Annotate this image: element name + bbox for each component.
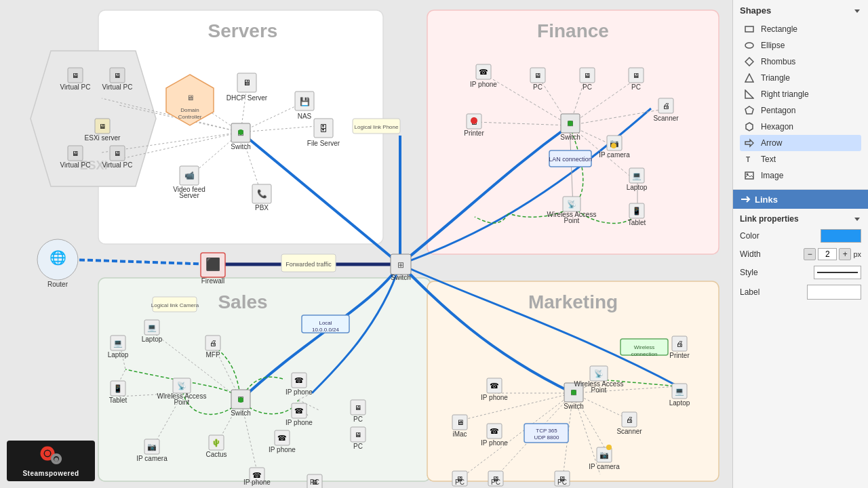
width-row: Width − + px <box>740 248 861 260</box>
shape-item-text[interactable]: T Text <box>740 151 861 167</box>
shapes-collapse-icon[interactable] <box>853 7 861 15</box>
svg-text:T: T <box>746 156 750 163</box>
svg-text:📷: 📷 <box>147 442 157 451</box>
width-decrease-button[interactable]: − <box>804 248 816 260</box>
link-properties-collapse-icon[interactable] <box>853 215 861 223</box>
pc-finance2-label: PC <box>583 83 592 91</box>
wireless-ap-mkt-label2: Point <box>591 386 607 394</box>
tcp-label: TCP 365 <box>536 428 557 434</box>
ellipse-icon <box>743 39 755 52</box>
svg-text:💻: 💻 <box>675 386 684 396</box>
width-control: − + px <box>804 248 861 260</box>
servers-switch-label: Switch <box>231 143 250 150</box>
canvas-area[interactable]: Servers Finance Sales Marketing ESXi <box>0 0 732 488</box>
video-feed-label2: Server <box>179 192 199 199</box>
svg-text:📹: 📹 <box>184 170 195 180</box>
svg-point-55 <box>45 451 50 456</box>
svg-text:🖥: 🖥 <box>584 72 591 79</box>
laptop-mkt-label: Laptop <box>669 399 690 407</box>
shapes-title: Shapes <box>740 5 861 16</box>
wireless-ap-sales-label2: Point <box>174 399 190 406</box>
link-properties-section: Link properties Color Width − + px Style <box>733 209 868 310</box>
finance-label: Finance <box>537 20 609 41</box>
pc-mkt1-label: PC <box>455 479 465 486</box>
main-switch-label: Switch <box>391 274 410 281</box>
wireless-connection-label2: connection <box>631 351 658 357</box>
tablet-finance-label: Tablet <box>628 219 646 226</box>
forwarded-traffic-label: Forwarded traffic <box>285 261 332 268</box>
text-icon: T <box>743 153 755 165</box>
width-label: Width <box>740 249 770 259</box>
switch-dot2 <box>568 121 573 126</box>
svg-text:🖥: 🖥 <box>99 123 106 130</box>
logical-link-camera-label: Logical link Camera <box>151 302 199 308</box>
style-row: Style <box>740 266 861 279</box>
shapes-section: Shapes Rectangle Ellipse Rhombus <box>733 0 868 190</box>
steam-logo: Steamspowered <box>7 441 95 481</box>
pc-sales1-label: PC <box>353 415 363 423</box>
ip-phone-sales4-label: IP phone <box>243 479 271 486</box>
rectangle-icon <box>743 23 755 35</box>
ip-camera-mkt-label: IP camera <box>589 463 620 470</box>
right-panel: Shapes Rectangle Ellipse Rhombus <box>732 0 868 488</box>
yellow-dot2 <box>606 445 612 450</box>
svg-text:🖥: 🖥 <box>534 72 541 79</box>
svg-text:☎: ☎ <box>294 376 304 384</box>
steam-text: Steamspowered <box>22 470 79 477</box>
router-firewall-link <box>71 260 213 264</box>
pc-sales3-label: PC <box>310 479 319 486</box>
svg-text:☎: ☎ <box>479 68 488 76</box>
link-properties-header: Link properties <box>740 214 861 224</box>
sales-switch-label: Switch <box>231 409 250 417</box>
svg-text:⊞: ⊞ <box>397 260 404 270</box>
links-icon <box>740 194 751 205</box>
color-row: Color <box>740 229 861 243</box>
style-label: Style <box>740 268 770 277</box>
links-panel[interactable]: Links <box>733 190 868 209</box>
virtual-pc3-label: Virtual PC <box>60 161 91 169</box>
image-icon <box>743 169 755 182</box>
svg-text:🖨: 🖨 <box>676 340 684 348</box>
wireless-connection-label: Wireless <box>634 344 655 350</box>
width-input[interactable] <box>818 248 837 260</box>
pbx-label: PBX <box>255 204 269 211</box>
shape-item-arrow[interactable]: Arrow <box>740 135 861 151</box>
label-input[interactable] <box>807 285 861 300</box>
svg-text:📷: 📷 <box>599 450 609 460</box>
yellow-dot1 <box>611 143 616 148</box>
svg-rect-58 <box>745 26 753 32</box>
svg-text:☎: ☎ <box>294 407 304 415</box>
scanner-mkt-label: Scanner <box>616 428 642 435</box>
svg-text:🖨: 🖨 <box>663 102 670 110</box>
rhombus-icon <box>743 56 755 68</box>
shape-item-hexagon[interactable]: Hexagon <box>740 119 861 135</box>
svg-text:💻: 💻 <box>113 338 123 348</box>
gear-icon <box>37 445 64 468</box>
local-network-label2: 10.0.0.0/24 <box>312 327 340 333</box>
style-picker[interactable] <box>814 266 861 279</box>
width-increase-button[interactable]: + <box>839 248 851 260</box>
svg-text:🖨: 🖨 <box>626 415 633 424</box>
local-network-label: Local <box>319 320 332 326</box>
laptop-sales1-label: Laptop <box>142 336 163 343</box>
shape-item-right-triangle[interactable]: Right triangle <box>740 86 861 102</box>
printer-finance-label: Printer <box>464 129 484 137</box>
nas-label: NAS <box>298 113 312 120</box>
shape-item-ellipse[interactable]: Ellipse <box>740 37 861 54</box>
svg-text:🖥: 🖥 <box>186 94 194 102</box>
color-picker[interactable] <box>821 229 861 243</box>
shape-item-rectangle[interactable]: Rectangle <box>740 21 861 37</box>
svg-marker-64 <box>746 123 753 131</box>
mfp-sales-label: MFP <box>205 351 220 359</box>
pentagon-icon <box>743 104 755 117</box>
shape-item-triangle[interactable]: Triangle <box>740 70 861 86</box>
mkt-switch-label: Switch <box>564 403 583 410</box>
label-row: Label <box>740 285 861 300</box>
marketing-label: Marketing <box>528 291 618 312</box>
svg-marker-69 <box>854 218 860 221</box>
shape-item-rhombus[interactable]: Rhombus <box>740 54 861 70</box>
svg-rect-67 <box>745 172 753 179</box>
ip-phone-mkt1-label: IP phone <box>481 394 508 401</box>
shape-item-image[interactable]: Image <box>740 167 861 184</box>
shape-item-pentagon[interactable]: Pentagon <box>740 102 861 119</box>
